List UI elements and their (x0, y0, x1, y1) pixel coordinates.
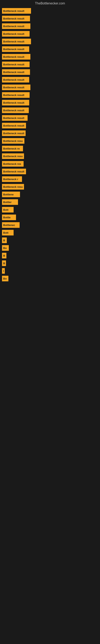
bar-row: Bottleneck result (2, 46, 98, 52)
bar-label: Bottleneck resu (3, 155, 23, 158)
bar-row: Bott (2, 207, 98, 212)
bottleneck-bar[interactable]: Bo (2, 276, 8, 281)
bottleneck-bar[interactable]: Bott (2, 230, 14, 236)
bar-label: Bott (3, 231, 8, 234)
bottleneck-bar[interactable]: Bottleneck re (2, 146, 23, 151)
bottleneck-bar[interactable]: Bottleneck result (2, 100, 29, 106)
bottleneck-bar[interactable]: Bottleneck resu (2, 184, 24, 190)
bar-row: Bo (2, 245, 98, 251)
bar-row: Bott (2, 230, 98, 236)
bar-row: Bottle (2, 214, 98, 220)
bar-label: Bottleneck resu (3, 185, 23, 188)
bar-row: Bottleneck result (2, 115, 98, 121)
bar-label: Bottleneck result (3, 78, 24, 81)
bottleneck-bar[interactable]: B (2, 253, 6, 258)
bottleneck-bar[interactable]: Bo (2, 245, 9, 251)
bar-row: Bottleneck r (2, 176, 98, 182)
bottleneck-bar[interactable]: Bottlene (2, 192, 20, 197)
bar-label: Bottleneck result (3, 48, 24, 51)
bar-row: Bottleneck result (2, 62, 98, 67)
bar-row: Bottlene (2, 192, 98, 197)
bottleneck-bar[interactable]: Bottleneck r (2, 176, 22, 182)
bar-label: Bottleneck result (3, 40, 24, 43)
bar-label: Bottleneck res (3, 162, 21, 166)
bottleneck-bar[interactable]: Bottleneck result (2, 31, 30, 37)
bar-row: Bottleneck result (2, 69, 98, 75)
bar-label: Bottleneck resu (3, 140, 23, 142)
bar-row: B (2, 260, 98, 266)
bar-row: Bottler (2, 199, 98, 205)
bar-row: Bottleneck resu (2, 153, 98, 159)
bar-label: Bottleneck result (3, 94, 24, 96)
bar-label: Bottleneck result (3, 170, 24, 173)
bar-label: Bottleneck result (3, 101, 24, 104)
bar-label: Bottleneck result (3, 71, 24, 74)
bar-label: Bottleneck result (3, 25, 24, 28)
bar-row: Bottleneck result (2, 130, 98, 136)
bottleneck-bar[interactable]: Bottleneck resu (2, 138, 24, 144)
bottleneck-bar[interactable]: Bottleneck result (2, 16, 30, 21)
bar-label: Bottleneck result (3, 55, 24, 58)
bar-label: Bottleneck r (3, 178, 18, 181)
bottleneck-bar[interactable]: Bottleneck result (2, 62, 30, 67)
bar-row: Bottleneck resu (2, 184, 98, 190)
bar-row: Bottlenec (2, 222, 98, 228)
bar-row: Bottleneck result (2, 31, 98, 37)
bottleneck-bar[interactable]: Bottleneck result (2, 130, 26, 136)
bottleneck-bar[interactable]: Bottler (2, 199, 18, 205)
bar-label: Bottleneck re (3, 147, 20, 150)
bar-label: Bottleneck result (3, 116, 24, 120)
bottleneck-bar[interactable]: Bottleneck resu (2, 153, 24, 159)
bar-label: Bottleneck result (3, 32, 24, 36)
bottleneck-bar[interactable]: Bottleneck result (2, 169, 26, 174)
bottleneck-bar[interactable]: Bottleneck result (2, 39, 31, 44)
bottleneck-bar[interactable]: Bottlenec (2, 222, 20, 228)
bottleneck-bar[interactable]: Bottleneck res (2, 161, 24, 167)
bars-container: Bottleneck resultBottleneck resultBottle… (0, 6, 100, 285)
bottleneck-bar[interactable]: Bott (2, 207, 14, 212)
bar-label: Bottlene (3, 193, 14, 196)
bar-label: B (3, 254, 5, 257)
bottleneck-bar[interactable]: Bottleneck result (2, 77, 29, 82)
bar-row: Bottleneck result (2, 100, 98, 106)
bar-row: Bottleneck result (2, 92, 98, 98)
bar-label: Bottleneck result (3, 17, 24, 20)
bottleneck-bar[interactable]: I (2, 268, 5, 274)
site-title: TheBottlenecker.com (0, 0, 100, 6)
bar-label: Bottlenec (3, 224, 15, 226)
bar-label: Bottleneck result (3, 63, 24, 66)
bar-row: Bottleneck result (2, 169, 98, 174)
bottleneck-bar[interactable]: B (2, 238, 7, 243)
bottleneck-bar[interactable]: Bottleneck result (2, 23, 30, 29)
bar-label: Bottleneck result (3, 10, 24, 12)
bar-label: Bottleneck result (3, 109, 24, 112)
bar-row: Bottleneck re (2, 146, 98, 151)
bar-label: Bottle (3, 216, 11, 219)
bar-row: Bottleneck result (2, 23, 98, 29)
bottleneck-bar[interactable]: B (2, 260, 6, 266)
bar-row: Bottleneck result (2, 54, 98, 60)
bar-row: Bottleneck result (2, 39, 98, 44)
bar-row: Bottleneck result (2, 108, 98, 113)
bottleneck-bar[interactable]: Bottleneck result (2, 115, 28, 121)
bottleneck-bar[interactable]: Bottleneck result (2, 46, 29, 52)
bottleneck-bar[interactable]: Bottleneck result (2, 84, 30, 90)
bar-label: Bottleneck result (3, 86, 24, 89)
bar-label: B (3, 262, 5, 265)
bar-label: Bottleneck result (3, 132, 24, 135)
bottleneck-bar[interactable]: Bottleneck result (2, 108, 29, 113)
bar-row: Bo (2, 276, 98, 281)
bar-label: Bo (3, 277, 7, 280)
bottleneck-bar[interactable]: Bottleneck result (2, 8, 31, 14)
bottleneck-bar[interactable]: Bottle (2, 214, 16, 220)
bar-row: Bottleneck result (2, 123, 98, 128)
bottleneck-bar[interactable]: Bottleneck result (2, 69, 30, 75)
bar-label: Bo (3, 246, 7, 250)
bar-row: Bottleneck result (2, 77, 98, 82)
bar-label: Bottleneck result (3, 124, 24, 127)
bar-row: Bottleneck result (2, 16, 98, 21)
bottleneck-bar[interactable]: Bottleneck result (2, 123, 26, 128)
bottleneck-bar[interactable]: Bottleneck result (2, 92, 30, 98)
bar-row: Bottleneck resu (2, 138, 98, 144)
bottleneck-bar[interactable]: Bottleneck result (2, 54, 30, 60)
